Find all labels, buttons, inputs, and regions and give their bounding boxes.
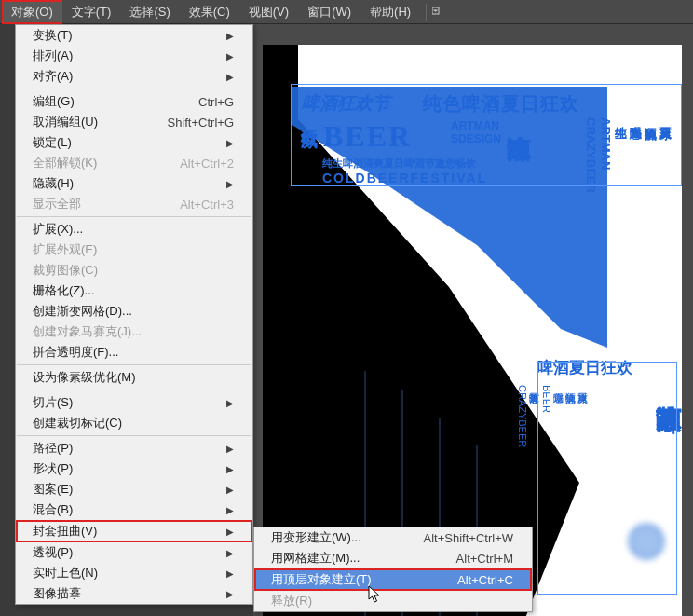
- submenu-item-r: 释放(R): [254, 591, 532, 611]
- menu-separator: [17, 390, 251, 390]
- menu-item-label: 扩展(X)...: [33, 221, 83, 238]
- menu-item-: 显示全部Alt+Ctrl+3: [16, 194, 252, 214]
- menu-item-l[interactable]: 锁定(L)▶: [16, 132, 252, 153]
- menu-item-label: 设为像素级优化(M): [33, 369, 136, 386]
- menu-item-label: 排列(A): [33, 48, 73, 64]
- submenu-arrow-icon: ▶: [226, 444, 234, 454]
- menu-select[interactable]: 选择(S): [120, 0, 179, 24]
- menu-item-label: 创建对象马赛克(J)...: [33, 323, 142, 340]
- menu-item-j: 创建对象马赛克(J)...: [16, 322, 252, 342]
- menu-item-label: 封套扭曲(V): [33, 523, 97, 540]
- submenu-item-label: 用网格建立(M)...: [271, 550, 360, 567]
- submenu-item-label: 用顶层对象建立(T): [271, 571, 372, 588]
- submenu-arrow-icon: ▶: [226, 31, 234, 41]
- menu-item-shortcut: Ctrl+G: [198, 95, 234, 109]
- menu-item-b[interactable]: 混合(B)▶: [16, 500, 252, 520]
- menu-item-label: 编组(G): [33, 93, 75, 110]
- menu-item-label: 混合(B): [33, 501, 73, 518]
- menu-separator: [17, 364, 251, 365]
- menu-item-shortcut: Shift+Ctrl+G: [167, 116, 234, 130]
- menu-item-label: 扩展外观(E): [33, 241, 97, 258]
- submenu-arrow-icon: ▶: [226, 505, 234, 515]
- menu-item-label: 隐藏(H): [33, 175, 74, 192]
- submenu-arrow-icon: ▶: [226, 464, 234, 474]
- menu-item-label: 形状(P): [33, 460, 73, 477]
- menu-item-label: 全部解锁(K): [33, 155, 97, 171]
- menu-item-c: 裁剪图像(C): [16, 260, 252, 281]
- menu-item-label: 路径(P): [33, 440, 73, 457]
- menu-item-u[interactable]: 取消编组(U)Shift+Ctrl+G: [16, 112, 252, 132]
- menu-item-label: 显示全部: [33, 196, 81, 212]
- submenu-item-t[interactable]: 用顶层对象建立(T)Alt+Ctrl+C: [254, 568, 532, 591]
- menu-item-label: 拼合透明度(F)...: [33, 344, 118, 361]
- menu-item-label: 切片(S): [33, 394, 73, 411]
- menu-item-label: 图像描摹: [33, 585, 81, 602]
- submenu-arrow-icon: ▶: [226, 527, 234, 537]
- submenu-arrow-icon: ▶: [226, 485, 234, 495]
- menu-item-label: 对齐(A): [33, 68, 73, 85]
- menu-item-s[interactable]: 切片(S)▶: [16, 392, 252, 413]
- menu-item-label: 创建裁切标记(C): [33, 415, 122, 431]
- menu-item-f[interactable]: 拼合透明度(F)...: [16, 342, 252, 363]
- submenu-item-shortcut: Alt+Shift+Ctrl+W: [424, 531, 513, 545]
- menu-item-t[interactable]: 变换(T)▶: [16, 25, 252, 46]
- menu-separator: [17, 435, 251, 436]
- menu-item-k: 全部解锁(K)Alt+Ctrl+2: [16, 153, 252, 173]
- submenu-item-label: 释放(R): [271, 593, 312, 609]
- menu-item-e: 扩展外观(E): [16, 240, 252, 260]
- submenu-arrow-icon: ▶: [226, 72, 234, 82]
- submenu-arrow-icon: ▶: [226, 589, 234, 599]
- menu-item-label: 取消编组(U): [33, 114, 98, 130]
- submenu-arrow-icon: ▶: [226, 398, 234, 408]
- object-menu-dropdown: 变换(T)▶排列(A)▶对齐(A)▶编组(G)Ctrl+G取消编组(U)Shif…: [15, 24, 253, 605]
- menu-item-label: 栅格化(Z)...: [33, 282, 94, 299]
- submenu-arrow-icon: ▶: [226, 548, 234, 558]
- menu-window[interactable]: 窗口(W): [298, 0, 360, 24]
- menu-item-label: 实时上色(N): [33, 565, 98, 582]
- selection-box: [537, 362, 677, 595]
- menu-item-label: 锁定(L): [33, 134, 72, 151]
- menubar-divider: [426, 4, 427, 21]
- envelope-distort-submenu: 用变形建立(W)...Alt+Shift+Ctrl+W用网格建立(M)...Al…: [253, 527, 533, 612]
- menu-item-p[interactable]: 透视(P)▶: [16, 542, 252, 563]
- menu-item-shortcut: Alt+Ctrl+3: [180, 198, 234, 212]
- menu-item-label: 变换(T): [33, 27, 73, 44]
- menu-type[interactable]: 文字(T): [62, 0, 121, 24]
- menu-item-p[interactable]: 形状(P)▶: [16, 459, 252, 479]
- submenu-item-w[interactable]: 用变形建立(W)...Alt+Shift+Ctrl+W: [254, 527, 532, 548]
- selection-box-outer: [291, 84, 682, 186]
- menu-item-c[interactable]: 创建裁切标记(C): [16, 413, 252, 433]
- menu-item-v[interactable]: 封套扭曲(V)▶: [16, 520, 252, 542]
- menu-item-label: 图案(E): [33, 481, 73, 498]
- submenu-arrow-icon: ▶: [226, 138, 234, 148]
- menu-object[interactable]: 对象(O): [2, 0, 62, 24]
- menu-item-h[interactable]: 隐藏(H)▶: [16, 173, 252, 194]
- menu-item-z[interactable]: 栅格化(Z)...: [16, 281, 252, 301]
- submenu-arrow-icon: ▶: [226, 51, 234, 62]
- menu-item-a[interactable]: 对齐(A)▶: [16, 66, 252, 87]
- menu-view[interactable]: 视图(V): [239, 0, 298, 24]
- submenu-arrow-icon: ▶: [226, 568, 234, 579]
- menu-item-shortcut: Alt+Ctrl+2: [180, 157, 234, 171]
- menu-item-x[interactable]: 扩展(X)...: [16, 219, 252, 240]
- menu-item-m[interactable]: 设为像素级优化(M): [16, 367, 252, 388]
- menu-effect[interactable]: 效果(C): [180, 0, 239, 24]
- menu-item-a[interactable]: 排列(A)▶: [16, 46, 252, 66]
- workspace-switcher-icon[interactable]: [432, 7, 442, 17]
- submenu-item-shortcut: Alt+Ctrl+M: [456, 552, 513, 566]
- submenu-item-shortcut: Alt+Ctrl+C: [457, 573, 513, 587]
- menu-help[interactable]: 帮助(H): [360, 0, 420, 24]
- submenu-item-m[interactable]: 用网格建立(M)...Alt+Ctrl+M: [254, 548, 532, 568]
- blue-blob: [628, 523, 665, 560]
- submenu-item-label: 用变形建立(W)...: [271, 529, 361, 546]
- menu-item-p[interactable]: 路径(P)▶: [16, 438, 252, 459]
- menu-item-[interactable]: 图像描摹▶: [16, 583, 252, 604]
- menu-item-g[interactable]: 编组(G)Ctrl+G: [16, 91, 252, 112]
- menu-item-label: 裁剪图像(C): [33, 262, 98, 279]
- menu-separator: [17, 89, 251, 89]
- menu-item-n[interactable]: 实时上色(N)▶: [16, 563, 252, 583]
- menu-item-d[interactable]: 创建渐变网格(D)...: [16, 301, 252, 322]
- submenu-arrow-icon: ▶: [226, 179, 234, 189]
- menu-item-e[interactable]: 图案(E)▶: [16, 479, 252, 500]
- menu-item-label: 透视(P): [33, 544, 73, 561]
